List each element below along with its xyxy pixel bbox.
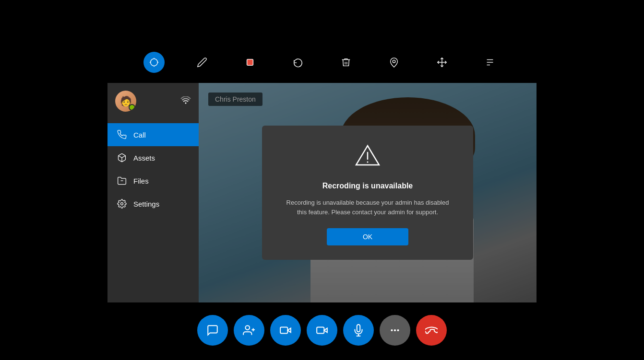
warning-icon bbox=[355, 143, 380, 172]
more-options-button[interactable] bbox=[380, 315, 410, 346]
move-button[interactable] bbox=[431, 52, 453, 73]
svg-rect-5 bbox=[247, 59, 253, 66]
svg-rect-21 bbox=[280, 327, 287, 334]
dialog-ok-button[interactable]: OK bbox=[327, 228, 408, 245]
avatar: 🧑 bbox=[115, 91, 136, 112]
video-button[interactable] bbox=[307, 315, 337, 346]
sidebar-item-files-label: Files bbox=[133, 177, 149, 185]
user-profile: 🧑 bbox=[107, 83, 199, 119]
sidebar-item-call-label: Call bbox=[133, 131, 146, 139]
dialog-message: Recording is unavailable because your ad… bbox=[281, 198, 454, 217]
chat-button[interactable] bbox=[197, 315, 228, 346]
main-area: 🧑 Call bbox=[107, 83, 537, 302]
app-container: 🧑 Call bbox=[0, 0, 644, 360]
svg-point-15 bbox=[121, 203, 123, 205]
record-button[interactable] bbox=[270, 315, 301, 346]
undo-button[interactable] bbox=[287, 52, 309, 73]
add-participant-button[interactable] bbox=[234, 315, 264, 346]
mute-button[interactable] bbox=[343, 315, 374, 346]
sidebar-item-settings[interactable]: Settings bbox=[107, 192, 199, 215]
svg-point-26 bbox=[391, 330, 392, 331]
svg-point-25 bbox=[394, 330, 395, 331]
recording-unavailable-dialog: Recroding is unavailable Recording is un… bbox=[262, 126, 473, 260]
svg-point-17 bbox=[367, 162, 369, 163]
stop-button[interactable] bbox=[239, 52, 261, 73]
svg-point-27 bbox=[397, 330, 398, 331]
dialog-title: Recroding is unavailable bbox=[322, 182, 413, 190]
top-toolbar bbox=[143, 52, 501, 73]
svg-point-12 bbox=[185, 102, 187, 104]
svg-point-6 bbox=[393, 60, 395, 63]
svg-rect-22 bbox=[317, 327, 324, 334]
end-call-button[interactable] bbox=[416, 315, 447, 346]
wifi-icon bbox=[180, 96, 191, 106]
sidebar-item-files[interactable]: Files bbox=[107, 169, 199, 192]
location-button[interactable] bbox=[383, 52, 405, 73]
pen-tool-button[interactable] bbox=[191, 52, 213, 73]
delete-button[interactable] bbox=[335, 52, 357, 73]
video-area: Chris Preston Recroding is unavailable R… bbox=[199, 83, 537, 302]
sidebar-item-call[interactable]: Call bbox=[107, 123, 199, 146]
sidebar-item-settings-label: Settings bbox=[133, 200, 159, 208]
svg-point-0 bbox=[151, 59, 158, 66]
sidebar-item-assets-label: Assets bbox=[133, 154, 155, 162]
sidebar-item-assets[interactable]: Assets bbox=[107, 146, 199, 169]
nav-items: Call Assets Files bbox=[107, 123, 199, 215]
sidebar: 🧑 Call bbox=[107, 83, 199, 302]
dialog-overlay: Recroding is unavailable Recording is un… bbox=[199, 83, 537, 302]
pin-button[interactable] bbox=[479, 52, 501, 73]
bottom-controls bbox=[197, 315, 447, 346]
select-tool-button[interactable] bbox=[143, 52, 165, 73]
svg-point-18 bbox=[245, 325, 250, 330]
